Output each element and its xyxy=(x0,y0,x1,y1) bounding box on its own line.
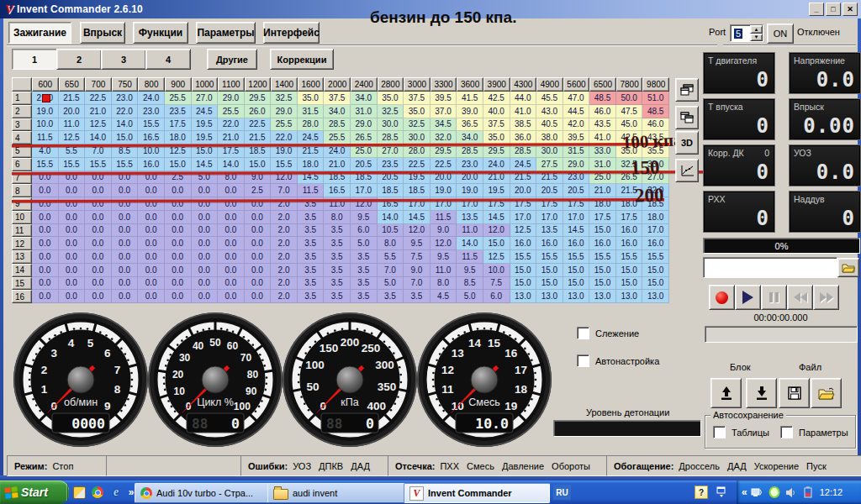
minimize-button[interactable]: _ xyxy=(809,3,824,16)
map-cell[interactable]: 9.0 xyxy=(430,224,457,238)
map-cell[interactable]: 5.0 xyxy=(457,290,483,303)
map-cell[interactable]: 15.5 xyxy=(642,250,669,264)
map-cell[interactable]: 13.0 xyxy=(510,290,537,303)
map-cell[interactable]: 22.5 xyxy=(404,158,430,171)
map-cell[interactable]: 0.0 xyxy=(192,250,219,264)
map-cell[interactable]: 36.5 xyxy=(457,118,483,132)
map-cell[interactable]: 16.0 xyxy=(138,158,165,171)
map-cell[interactable]: 23.5 xyxy=(378,158,404,171)
map-col-header[interactable]: 750 xyxy=(112,77,139,92)
map-cell[interactable]: 13.0 xyxy=(642,290,669,303)
map-cell[interactable]: 28.5 xyxy=(378,131,404,144)
map-cell[interactable]: 0.0 xyxy=(165,277,192,291)
map-cell[interactable]: 29.0 xyxy=(271,105,298,118)
map-cell[interactable]: 0.0 xyxy=(192,211,219,224)
help-tray-icon[interactable]: ? xyxy=(695,486,708,499)
map-cell[interactable]: 17.5 xyxy=(165,118,192,132)
map-cell[interactable]: 14.5 xyxy=(404,211,430,224)
map-cell[interactable]: 44.5 xyxy=(563,105,590,118)
map-col-header[interactable]: 1400 xyxy=(271,77,298,92)
map-col-header[interactable]: 4300 xyxy=(510,77,537,92)
quick-launch-icon-1[interactable] xyxy=(72,486,86,499)
map-tab-4[interactable]: Другие xyxy=(207,49,257,70)
map-cell[interactable]: 0.0 xyxy=(138,211,165,224)
map-cell[interactable]: 51.0 xyxy=(642,92,669,105)
map-cell[interactable]: 32.0 xyxy=(430,131,457,144)
map-cell[interactable]: 0.0 xyxy=(85,277,112,291)
map-cell[interactable]: 2.0 xyxy=(271,277,298,291)
map-col-header[interactable]: 1000 xyxy=(192,77,219,92)
map-cell[interactable]: 24.5 xyxy=(510,158,537,171)
map-cell[interactable]: 0.0 xyxy=(165,250,192,264)
map-cell[interactable]: 15.0 xyxy=(616,277,643,291)
map-cell[interactable]: 2.0 xyxy=(271,264,298,277)
view-3d-button[interactable]: 3D xyxy=(675,131,699,155)
map-cell[interactable]: 42.0 xyxy=(563,118,590,132)
battery-tray-icon[interactable] xyxy=(801,486,815,499)
map-cell[interactable]: 2.0 xyxy=(271,290,298,303)
map-cell[interactable]: 19.5 xyxy=(192,118,219,132)
map-cell[interactable]: 3.5 xyxy=(298,211,325,224)
map-cell[interactable]: 26.5 xyxy=(351,131,378,144)
map-cell[interactable]: 15.0 xyxy=(589,224,616,238)
map-row-header[interactable]: 16 xyxy=(12,290,32,303)
map-cell[interactable]: 12.5 xyxy=(85,118,112,132)
map-cell[interactable]: 47.5 xyxy=(616,105,643,118)
map-cell[interactable]: 29.0 xyxy=(351,118,378,132)
map-cell[interactable]: 31.0 xyxy=(589,158,616,171)
graph-view-button[interactable] xyxy=(675,159,699,182)
map-cell[interactable]: 0.0 xyxy=(218,250,245,264)
map-tab-0[interactable]: 1 xyxy=(12,49,57,70)
map-cell[interactable]: 20.5 xyxy=(536,184,563,197)
map-cell[interactable]: 40.5 xyxy=(536,118,563,132)
map-cell[interactable]: 0.0 xyxy=(245,290,272,303)
map-cell[interactable]: 20.0 xyxy=(510,184,537,197)
map-cell[interactable]: 12.5 xyxy=(510,224,537,238)
map-cell[interactable]: 3.5 xyxy=(298,237,325,250)
map-cell[interactable]: 21.0 xyxy=(85,105,112,118)
map-cell[interactable]: 45.5 xyxy=(536,92,563,105)
map-cell[interactable]: 0.0 xyxy=(85,264,112,277)
map-cell[interactable]: 9.5 xyxy=(351,211,378,224)
map-cell[interactable]: 0.0 xyxy=(59,211,86,224)
map-cell[interactable]: 15.5 xyxy=(112,158,139,171)
map-cell[interactable]: 0.0 xyxy=(192,277,219,291)
map-cell[interactable]: 2.0 xyxy=(271,211,298,224)
map-cell[interactable]: 26.0 xyxy=(245,105,272,118)
map-cell[interactable]: 15.0 xyxy=(563,264,590,277)
map-cell[interactable]: 3.5 xyxy=(298,250,325,264)
map-cell[interactable]: 3.5 xyxy=(351,250,378,264)
map-cell[interactable]: 39.0 xyxy=(457,105,483,118)
map-cell[interactable]: 0.0 xyxy=(165,290,192,303)
map-cell[interactable]: 15.5 xyxy=(563,250,590,264)
map-cell[interactable]: 28.5 xyxy=(324,118,351,132)
map-cell[interactable]: 17.0 xyxy=(510,211,537,224)
map-cell[interactable]: 18.0 xyxy=(642,211,669,224)
map-cell[interactable]: 0.0 xyxy=(112,237,139,250)
map-cell[interactable]: 16.0 xyxy=(536,237,563,250)
maximize-button[interactable]: □ xyxy=(826,3,841,16)
map-cell[interactable]: 16.0 xyxy=(616,237,643,250)
map-cell[interactable]: 24.0 xyxy=(483,158,510,171)
map-cell[interactable]: 0.0 xyxy=(112,184,139,197)
map-cell[interactable]: 0.0 xyxy=(165,224,192,238)
map-cell[interactable]: 30.0 xyxy=(378,118,404,132)
map-cell[interactable]: 13.0 xyxy=(589,290,616,303)
map-cell[interactable]: 21.5 xyxy=(245,131,272,144)
map-col-header[interactable]: 900 xyxy=(165,77,192,92)
map-cell[interactable]: 3.5 xyxy=(324,264,351,277)
map-cell[interactable]: 15.0 xyxy=(536,264,563,277)
map-cell[interactable]: 0.0 xyxy=(218,211,245,224)
map-cell[interactable]: 15.5 xyxy=(85,158,112,171)
map-cell[interactable]: 0.0 xyxy=(112,264,139,277)
map-cell[interactable]: 25.5 xyxy=(218,105,245,118)
map-cell[interactable]: 15.0 xyxy=(642,277,669,291)
map-cell[interactable]: 0.0 xyxy=(245,250,272,264)
map-cell[interactable]: 47.0 xyxy=(563,92,590,105)
map-cell[interactable]: 0.0 xyxy=(192,184,219,197)
map-cell[interactable]: 11.0 xyxy=(457,224,483,238)
spin-up-icon[interactable]: ▲ xyxy=(750,25,763,34)
map-cell[interactable]: 19.5 xyxy=(192,131,219,144)
map-cell[interactable]: 8.5 xyxy=(457,277,483,291)
map-cell[interactable]: 37.5 xyxy=(324,92,351,105)
